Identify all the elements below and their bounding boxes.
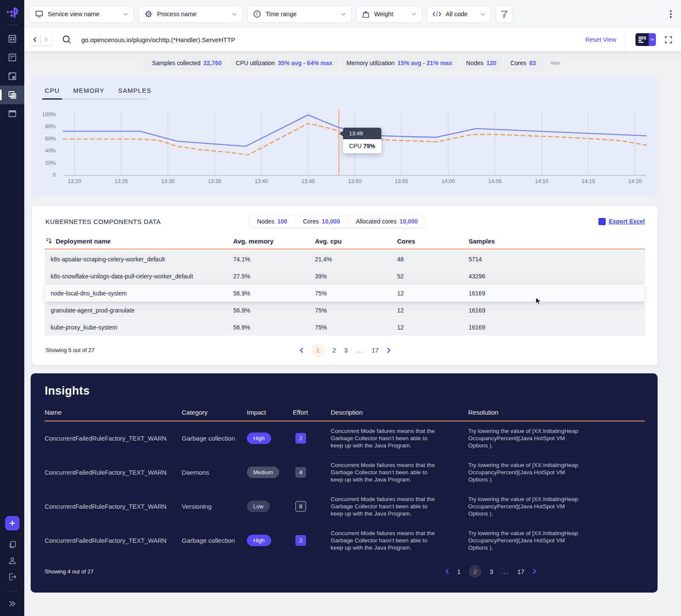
view-mode-chevron[interactable]	[649, 33, 656, 46]
page-button-2[interactable]: 2	[332, 347, 336, 354]
window-view-icon	[7, 109, 17, 119]
sidebar-item-logout[interactable]	[0, 569, 24, 585]
tab-samples[interactable]: SAMPLES	[118, 87, 151, 94]
plus-icon	[9, 520, 16, 527]
reset-view-link[interactable]: Reset View	[585, 36, 616, 43]
page-button-1[interactable]: 1	[457, 568, 461, 575]
sidebar-collapse-button[interactable]	[0, 596, 24, 612]
utilization-chart-card: 100%80%60%40%20%013:2013:2513:3013:3513:…	[32, 77, 658, 196]
k8s-stat-cores: Cores10,000	[295, 215, 348, 227]
stat-value: 22,760	[203, 60, 222, 66]
pagination-prev-button[interactable]	[300, 347, 303, 353]
sidebar-item-copy[interactable]	[0, 536, 24, 553]
pagination-next-button[interactable]	[387, 347, 391, 353]
cell-deployment-name: node-local-dns_kube-system	[45, 290, 233, 297]
column-label: Deployment name	[56, 238, 111, 245]
cell-avg-memory: 56.9%	[233, 290, 315, 297]
cell-samples: 16169	[469, 324, 645, 331]
column-description: Description	[331, 409, 468, 416]
x-tick-label: 13:30	[153, 178, 183, 184]
logout-icon	[8, 572, 17, 582]
page-button-17[interactable]: 17	[517, 568, 524, 575]
x-tick-label: 13:55	[386, 178, 416, 184]
insights-pagination: 1 2 3 ... 17	[445, 565, 536, 578]
tooltip-value: CPU 79%	[343, 139, 381, 153]
y-tick-label: 40%	[32, 148, 56, 154]
sidebar-item-profile[interactable]	[0, 553, 24, 569]
column-cores[interactable]: Cores	[397, 238, 469, 245]
time-range-dropdown[interactable]: Time range	[248, 6, 351, 22]
stat-nodes: Nodes120	[459, 57, 504, 69]
table-row[interactable]: granulate-agent_prod-granulate 56.9% 75%…	[45, 302, 645, 318]
table-row[interactable]: k8s-snowflake-unilogs-data-pull-celery-w…	[45, 268, 645, 284]
add-button[interactable]	[5, 516, 20, 530]
service-view-dropdown[interactable]: Service view name	[30, 6, 133, 22]
code-scope-dropdown[interactable]: All code	[427, 6, 490, 22]
sidebar-bottom-divider	[6, 591, 19, 591]
page-button-2[interactable]: 2	[469, 565, 481, 578]
sidebar-item-dashboard-view[interactable]	[0, 29, 24, 48]
cell-samples: 5714	[469, 256, 645, 263]
search-input[interactable]: go.opencensus.io/plugin/ochttp.(*Handler…	[81, 36, 585, 43]
insight-row[interactable]: ConcurrentFailedRuleFactory_TEXT_WARN Da…	[45, 456, 645, 490]
tab-cpu[interactable]: CPU	[45, 87, 60, 94]
filter-button[interactable]	[496, 6, 512, 22]
sidebar-item-window-view[interactable]	[0, 104, 24, 123]
history-forward-button[interactable]	[41, 34, 51, 46]
insight-row[interactable]: ConcurrentFailedRuleFactory_TEXT_WARN Ga…	[45, 421, 645, 456]
pagination-next-button[interactable]	[532, 568, 536, 574]
cell-cores: 12	[397, 290, 469, 297]
fullscreen-button[interactable]	[664, 36, 672, 44]
weight-dropdown[interactable]: Weight	[357, 6, 421, 22]
effort-badge: 8	[295, 501, 306, 512]
table-row[interactable]: kube-proxy_kube-system 56.9% 75% 12 1616…	[45, 319, 645, 335]
x-tick-label: 14:10	[527, 178, 557, 184]
sidebar-item-expand-view[interactable]	[0, 67, 24, 86]
insight-row[interactable]: ConcurrentFailedRuleFactory_TEXT_WARN Ve…	[45, 490, 645, 524]
cell-avg-memory: 27.5%	[233, 273, 315, 280]
stat-label: Cores	[303, 218, 319, 225]
list-view-icon	[7, 52, 17, 63]
excel-icon: X	[598, 218, 606, 225]
page-button-3[interactable]: 3	[489, 568, 493, 575]
cell-avg-memory: 56.9%	[233, 307, 315, 314]
column-samples[interactable]: Samples	[469, 238, 645, 245]
column-avg-cpu[interactable]: Avg. cpu	[315, 238, 397, 245]
page-button-17[interactable]: 17	[372, 347, 379, 354]
history-back-button[interactable]	[30, 34, 40, 46]
page-button-3[interactable]: 3	[344, 347, 347, 354]
column-deployment-name[interactable]: Deployment name	[45, 238, 233, 245]
cell-insight-name: ConcurrentFailedRuleFactory_TEXT_WARN	[45, 537, 182, 544]
more-options-button[interactable]	[667, 8, 674, 20]
table-row-hovered[interactable]: node-local-dns_kube-system 56.9% 75% 12 …	[45, 285, 645, 301]
app-logo[interactable]	[6, 6, 19, 19]
y-tick-label: 0	[32, 172, 56, 178]
page-button-1[interactable]: 1	[312, 344, 324, 357]
export-excel-button[interactable]: X Export Excel	[598, 218, 645, 225]
flame-graph-icon	[635, 33, 649, 46]
column-category: Category	[182, 409, 247, 416]
process-name-dropdown[interactable]: Process name	[139, 6, 242, 22]
cell-deployment-name: granulate-agent_prod-granulate	[45, 307, 233, 314]
hide-stats-link[interactable]: Hide	[550, 60, 560, 66]
sidebar-item-list-view[interactable]	[0, 48, 24, 67]
insights-footer: Showing 4 out of 27 1 2 3 ... 17	[45, 558, 645, 578]
table-row[interactable]: k8s-apsalar-scraping-celery-worker_defau…	[45, 251, 645, 267]
stat-label: Nodes	[466, 60, 483, 66]
insight-row[interactable]: ConcurrentFailedRuleFactory_TEXT_WARN Ga…	[45, 524, 645, 558]
cell-cores: 52	[397, 273, 469, 280]
gear-icon	[144, 10, 153, 18]
effort-badge: 2	[295, 433, 306, 444]
pagination-prev-button[interactable]	[445, 568, 449, 574]
cell-avg-cpu: 21.4%	[315, 256, 397, 263]
k8s-stats-pills: Nodes100 Cores10,000 Allocated cores10,0…	[249, 215, 426, 227]
sidebar-item-overlay-view[interactable]	[0, 86, 24, 104]
process-name-dropdown-label: Process name	[157, 11, 228, 17]
cell-cores: 48	[397, 256, 469, 263]
cell-samples: 16169	[469, 307, 645, 314]
tab-memory[interactable]: MEMORY	[73, 87, 105, 94]
column-avg-memory[interactable]: Avg. memory	[233, 238, 315, 245]
cell-deployment-name: k8s-apsalar-scraping-celery-worker_defau…	[45, 256, 233, 263]
view-mode-button[interactable]	[635, 33, 656, 46]
funnel-icon	[500, 10, 508, 18]
